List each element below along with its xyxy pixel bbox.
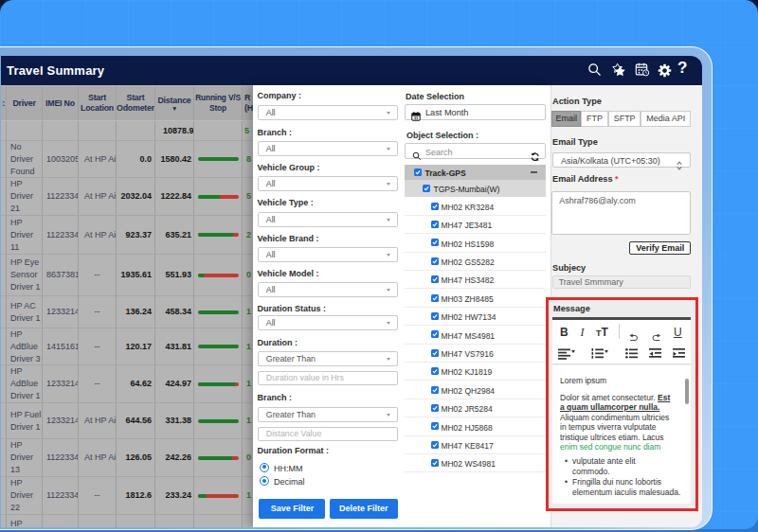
- svg-text:31: 31: [414, 115, 419, 120]
